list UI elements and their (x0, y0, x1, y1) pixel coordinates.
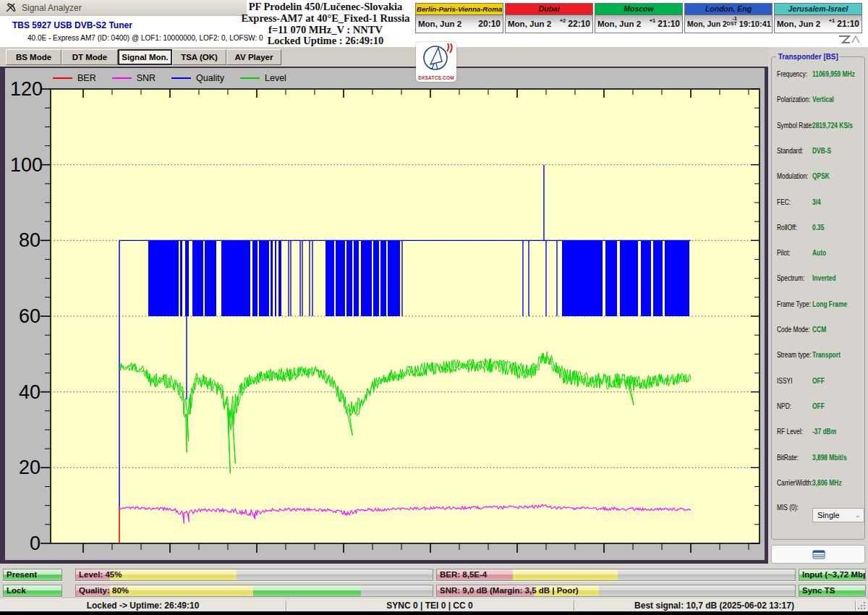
chevron-down-icon: ⌄ (855, 509, 861, 522)
clock-date: Mon, Jun 2 (687, 20, 727, 28)
dxsatcs-logo-text: DXSATCS.COM (416, 75, 456, 80)
transponder-row-value: 0.35 (812, 224, 824, 232)
transponder-panel: Transponder [BS] MIS (0): Single ⌄ Frequ… (768, 47, 868, 615)
tab-av-player[interactable]: AV Player (226, 49, 281, 65)
transponder-row-value: -37 dBm (812, 428, 836, 436)
y-axis-label: 0 (10, 533, 41, 554)
clock-dubai: DubaiMon, Jun 2+222:10 (505, 3, 593, 33)
transponder-row-value: Vertical (812, 96, 834, 103)
transponder-row-value: Long Frame (812, 300, 847, 308)
y-axis-label: 20 (10, 457, 41, 478)
clock-city: Moscow (595, 4, 682, 15)
transponder-row-label: Polarization: (777, 96, 810, 103)
y-axis-label: 40 (10, 382, 41, 402)
clock-date: Mon, Jun 2 (508, 20, 551, 28)
clock-date: Mon, Jun 2 (418, 20, 461, 28)
transponder-row-label: RollOff: (777, 224, 797, 232)
site-header-line: f=11 070 MHz_V : NNTV (233, 25, 418, 36)
site-header-line: Locked Uptime : 26:49:10 (233, 35, 418, 47)
ts-record-button[interactable] (771, 545, 865, 564)
clock-date: Mon, Jun 2 (777, 20, 820, 28)
clock-city: Jerusalem-Israel (775, 4, 861, 15)
signal-analyzer-window: Signal Analyzer TBS 5927 USB DVB-S2 Tune… (0, 0, 868, 615)
transponder-row-label: FEC: (777, 198, 791, 206)
status-best-signal: Best signal: 10,7 dB (2025-06-02 13:17) (574, 601, 855, 611)
clock-time: 22:10 (568, 19, 590, 29)
transponder-row-label: Frequency: (777, 70, 807, 78)
status-sync: SYNC 0 | TEI 0 | CC 0 (286, 601, 574, 611)
clock-time: 21:10 (837, 19, 859, 29)
transponder-row-value: 3/4 (812, 198, 821, 206)
clock-city: London, Eng (685, 4, 772, 15)
tab-bs-mode[interactable]: BS Mode (6, 49, 61, 65)
snr-progressbar: SNR: 9,0 dB (Margin: 3,5 dB | Poor) (436, 585, 796, 597)
clock-city: Dubai (506, 4, 592, 15)
y-axis-label: 120 (10, 79, 41, 99)
site-header-line: PF Prodelin 450/Lučenec-Slovakia (233, 1, 418, 13)
dxsatcs-logo: DXSATCS.COM (416, 42, 456, 82)
y-axis-label: 100 (10, 155, 41, 175)
transponder-title: Transponder [BS] (776, 52, 840, 61)
transponder-row-label: Frame Type: (777, 300, 811, 308)
transponder-row-label: Spectrum: (777, 274, 804, 282)
transponder-row-value: CCM (812, 326, 826, 334)
mis-value: Single (817, 511, 840, 519)
transponder-row-label: Pilot: (777, 249, 791, 257)
clock-berlin-paris-vienna-roma: Berlin-Paris-Vienna-RomaMon, Jun 220:10 (415, 3, 503, 33)
sync-ts-indicator: Sync TS (799, 585, 866, 597)
tab-tsa-ok-[interactable]: TSA (OK) (172, 49, 226, 65)
legend-item-snr: SNR (112, 73, 156, 83)
legend-item-level: Level (240, 73, 286, 83)
clock-city: Berlin-Paris-Vienna-Roma (416, 4, 503, 15)
lock-indicator: Lock (3, 585, 62, 597)
clock-utc-offset: -1DST (727, 17, 739, 26)
transponder-row-value: Transport (812, 351, 841, 359)
chart-plot (5, 68, 765, 560)
mis-dropdown[interactable]: Single ⌄ (812, 508, 864, 522)
transponder-groupbox: Transponder [BS] MIS (0): Single ⌄ Frequ… (771, 56, 865, 540)
mis-label: MIS (0): (777, 504, 799, 512)
bar-zone-yellow (513, 569, 618, 580)
transponder-row-label: BitRate: (777, 454, 799, 462)
transponder-row-value: 11069,959 MHz (812, 70, 855, 78)
transponder-row-label: Modulation: (777, 172, 808, 180)
ber-progressbar: BER: 8,5E-4 (436, 569, 796, 581)
chart-legend: BERSNRQualityLevel (53, 72, 302, 85)
clock-date: Mon, Jun 2 (597, 20, 641, 28)
site-header: PF Prodelin 450/Lučenec-SlovakiaExpress-… (233, 1, 418, 47)
legend-item-ber: BER (53, 73, 96, 83)
status-bar: Locked -> Uptime: 26:49:10 SYNC 0 | TEI … (0, 598, 868, 612)
transponder-row-label: Stream type: (777, 351, 812, 359)
legend-label: BER (77, 73, 96, 83)
clock-time: 20:10 (478, 19, 501, 29)
tuner-details: 40.0E - Express AM7 (ID: 0400) @ LOF1: 1… (27, 34, 263, 42)
signal-chart: BERSNRQualityLevel 020406080100120 (5, 68, 765, 560)
window-bottom-edge (0, 611, 868, 615)
transponder-row-label: NPD: (777, 402, 791, 410)
tuner-name: TBS 5927 USB DVB-S2 Tuner (12, 20, 132, 30)
chart-window-frame: BERSNRQualityLevel 020406080100120 (0, 67, 768, 564)
clock-london-eng: London, EngMon, Jun 2-1DST19:10:41 (684, 3, 773, 33)
clock-utc-offset: +1 (641, 19, 658, 24)
status-area: Present Lock Level: 45% Quality: 80% BER… (0, 564, 868, 615)
bar-zone-green (253, 585, 361, 596)
mini-logo (838, 34, 862, 45)
transponder-row-label: ISSYI (777, 377, 792, 385)
transponder-row-value: Inverted (812, 274, 836, 282)
clock-time: 21:10 (658, 19, 680, 29)
level-progressbar: Level: 45% (75, 569, 433, 581)
transponder-row-value: OFF (812, 377, 825, 385)
app-icon (5, 2, 17, 14)
input-indicator: Input (~3,72 Mbps) (799, 569, 866, 581)
resize-grip[interactable] (858, 602, 867, 611)
transponder-row-value: 3,806 MHz (812, 479, 842, 487)
transponder-row-value: 2819,724 KS/s (812, 122, 853, 130)
window-titlebar[interactable]: Signal Analyzer (0, 0, 247, 16)
tab-dt-mode[interactable]: DT Mode (61, 49, 118, 65)
tab-signal-mon-[interactable]: Signal Mon. (118, 49, 172, 65)
clock-jerusalem-israel: Jerusalem-IsraelMon, Jun 2+121:10 (774, 3, 862, 33)
tab-bar: BS ModeDT ModeSignal Mon.TSA (OK)AV Play… (0, 47, 768, 67)
transponder-row-value: Auto (812, 249, 826, 257)
transponder-row-value: QPSK (812, 172, 830, 180)
transponder-row-label: Symbol Rate: (777, 122, 813, 130)
